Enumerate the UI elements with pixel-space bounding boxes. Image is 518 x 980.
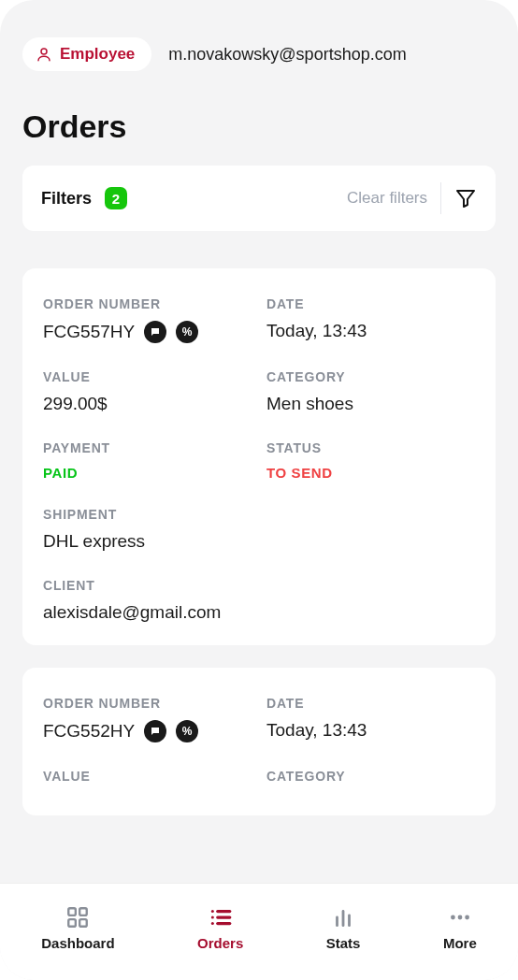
- svg-rect-1: [69, 908, 77, 915]
- label-payment: PAYMENT: [43, 440, 252, 455]
- svg-point-5: [210, 910, 213, 913]
- header-row: Employee m.novakowsky@sportshop.com: [22, 37, 496, 71]
- list-icon: [209, 905, 233, 930]
- svg-point-15: [457, 915, 462, 920]
- nav-label: Stats: [326, 935, 361, 951]
- value-category: Men shoes: [266, 394, 475, 414]
- label-value: VALUE: [43, 369, 252, 384]
- value-order-number: FCG552HY: [43, 721, 135, 742]
- nav-label: Dashboard: [41, 935, 114, 951]
- value-payment: PAID: [43, 465, 252, 481]
- value-amount: 299.00$: [43, 394, 252, 414]
- order-card[interactable]: ORDER NUMBER FCG552HY % DATE Today, 13:4…: [22, 668, 496, 815]
- label-shipment: SHIPMENT: [43, 507, 475, 522]
- chat-icon: [144, 321, 166, 343]
- value-date: Today, 13:43: [266, 720, 475, 741]
- nav-orders[interactable]: Orders: [197, 905, 243, 951]
- user-email: m.novakowsky@sportshop.com: [168, 45, 406, 65]
- chat-icon: [144, 720, 166, 742]
- clear-filters-button[interactable]: Clear filters: [347, 189, 427, 208]
- person-icon: [36, 46, 52, 63]
- svg-rect-3: [69, 919, 77, 927]
- label-date: DATE: [266, 296, 475, 311]
- filters-label: Filters: [41, 189, 92, 209]
- divider: [440, 182, 441, 214]
- value-client: alexisdale@gmail.com: [43, 602, 475, 623]
- role-badge: Employee: [22, 37, 151, 71]
- nav-dashboard[interactable]: Dashboard: [41, 905, 114, 951]
- value-order-number: FCG557HY: [43, 322, 135, 342]
- nav-stats[interactable]: Stats: [326, 905, 361, 951]
- nav-label: Orders: [197, 935, 243, 951]
- nav-label: More: [443, 935, 477, 951]
- bar-chart-icon: [331, 905, 355, 930]
- percent-icon: %: [176, 720, 198, 742]
- order-card[interactable]: ORDER NUMBER FCG557HY % DATE Today, 13:4…: [22, 268, 496, 645]
- svg-point-0: [41, 49, 47, 54]
- value-status: TO SEND: [266, 465, 475, 481]
- filters-bar: Filters 2 Clear filters: [22, 166, 496, 231]
- grid-icon: [65, 905, 90, 930]
- label-client: CLIENT: [43, 578, 475, 593]
- svg-point-16: [465, 915, 469, 920]
- role-label: Employee: [60, 45, 135, 64]
- page-title: Orders: [22, 108, 496, 145]
- label-value: VALUE: [43, 769, 252, 784]
- svg-point-7: [210, 915, 213, 918]
- more-icon: [448, 905, 472, 930]
- label-category: CATEGORY: [266, 369, 475, 384]
- label-date: DATE: [266, 696, 475, 711]
- bottom-nav: Dashboard Orders: [0, 883, 518, 980]
- label-status: STATUS: [266, 440, 475, 455]
- value-date: Today, 13:43: [266, 321, 475, 341]
- label-category: CATEGORY: [266, 769, 475, 784]
- label-order-number: ORDER NUMBER: [43, 296, 252, 311]
- percent-icon: %: [176, 321, 198, 343]
- svg-rect-2: [80, 908, 88, 915]
- nav-more[interactable]: More: [443, 905, 477, 951]
- svg-point-9: [210, 922, 213, 925]
- filter-count-badge: 2: [105, 187, 127, 209]
- value-shipment: DHL express: [43, 531, 475, 552]
- svg-rect-4: [80, 919, 88, 927]
- svg-point-14: [451, 915, 455, 920]
- filter-icon: [454, 187, 477, 209]
- filter-button[interactable]: [454, 187, 477, 209]
- label-order-number: ORDER NUMBER: [43, 696, 252, 711]
